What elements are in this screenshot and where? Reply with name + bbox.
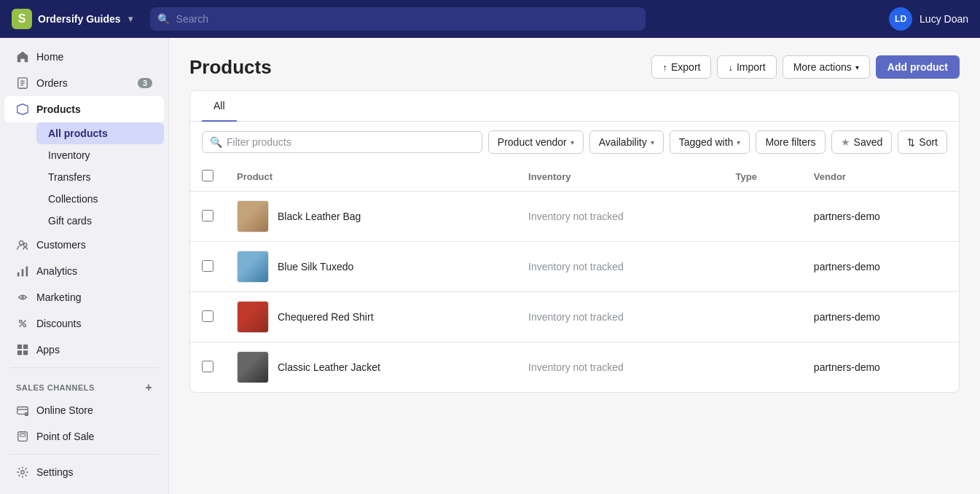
home-icon	[16, 50, 29, 63]
sidebar-item-point-of-sale[interactable]: Point of Sale	[4, 423, 164, 450]
page-actions: ↑ Export ↓ Import More actions ▾ Add pro…	[651, 55, 960, 79]
avatar: LD	[889, 7, 912, 31]
sidebar-item-discounts[interactable]: Discounts	[4, 310, 164, 337]
sidebar-item-apps[interactable]: Apps	[4, 337, 164, 363]
product-name-container: Chequered Red Shirt	[237, 301, 505, 333]
sidebar-item-marketing[interactable]: Marketing	[4, 284, 164, 310]
export-button[interactable]: ↑ Export	[651, 55, 711, 79]
row-checkbox[interactable]	[202, 361, 213, 372]
sidebar-item-gift-cards[interactable]: Gift cards	[36, 210, 164, 232]
vendor-header: Vendor	[802, 162, 959, 192]
sidebar-label-discounts: Discounts	[36, 318, 81, 329]
sidebar-item-inventory[interactable]: Inventory	[36, 144, 164, 166]
topnav: S Ordersify Guides ▾ 🔍 LD Lucy Doan	[0, 0, 980, 38]
search-wrapper: 🔍	[150, 7, 646, 31]
svg-rect-8	[26, 267, 28, 277]
customers-icon	[16, 238, 29, 251]
filter-search-input[interactable]	[227, 136, 474, 148]
discounts-icon	[16, 317, 29, 330]
availability-filter[interactable]: Availability ▾	[589, 130, 664, 154]
saved-button[interactable]: ★ Saved	[831, 130, 893, 154]
marketing-icon	[16, 291, 29, 304]
sidebar-item-transfers[interactable]: Transfers	[36, 166, 164, 188]
product-thumbnail	[237, 200, 269, 232]
point-of-sale-icon	[16, 430, 29, 443]
product-name-cell: Classic Leather Jacket	[225, 342, 517, 393]
brand-chevron-icon: ▾	[128, 14, 133, 24]
sidebar-label-inventory: Inventory	[48, 149, 90, 161]
online-store-icon	[16, 404, 29, 417]
sidebar-item-online-store[interactable]: Online Store	[4, 397, 164, 423]
table-row[interactable]: Black Leather Bag Inventory not tracked …	[190, 192, 959, 242]
sidebar-item-products[interactable]: Products	[4, 96, 164, 122]
row-checkbox[interactable]	[202, 310, 213, 322]
product-name[interactable]: Blue Silk Tuxedo	[278, 261, 353, 273]
product-name[interactable]: Chequered Red Shirt	[278, 311, 374, 323]
sidebar-label-online-store: Online Store	[36, 404, 93, 416]
sidebar-label-customers: Customers	[36, 239, 86, 251]
inventory-cell: Inventory not tracked	[517, 192, 724, 242]
table-row[interactable]: Chequered Red Shirt Inventory not tracke…	[190, 292, 959, 342]
inventory-header: Inventory	[517, 162, 724, 192]
svg-rect-20	[20, 434, 25, 436]
apps-icon	[16, 343, 29, 356]
tab-all[interactable]: All	[202, 91, 237, 122]
product-name[interactable]: Classic Leather Jacket	[278, 361, 380, 373]
product-name[interactable]: Black Leather Bag	[278, 211, 361, 222]
product-vendor: partners-demo	[814, 311, 880, 323]
sidebar-item-home[interactable]: Home	[4, 44, 164, 70]
product-name-cell: Chequered Red Shirt	[225, 292, 517, 342]
table-row[interactable]: Blue Silk Tuxedo Inventory not tracked p…	[190, 242, 959, 292]
tagged-with-filter[interactable]: Tagged with ▾	[670, 130, 750, 154]
row-checkbox-cell	[190, 192, 225, 242]
sidebar-label-orders: Orders	[36, 77, 68, 89]
svg-rect-13	[17, 345, 22, 349]
tagged-with-label: Tagged with	[679, 136, 734, 148]
product-vendor-chevron-icon: ▾	[571, 138, 574, 146]
sidebar-item-analytics[interactable]: Analytics	[4, 258, 164, 284]
sidebar-item-all-products[interactable]: All products	[36, 122, 164, 144]
type-cell	[724, 342, 802, 393]
star-icon: ★	[841, 136, 850, 148]
more-filters-button[interactable]: More filters	[756, 130, 825, 154]
row-checkbox-cell	[190, 242, 225, 292]
svg-rect-14	[23, 345, 28, 349]
search-icon: 🔍	[157, 13, 170, 25]
sidebar-label-apps: Apps	[36, 344, 60, 356]
sidebar-item-customers[interactable]: Customers	[4, 232, 164, 258]
sidebar-label-transfers: Transfers	[48, 171, 91, 183]
sort-button[interactable]: ⇅ Sort	[898, 130, 947, 154]
layout: Home Orders 3 Products All products Inve…	[0, 38, 980, 494]
sidebar-item-orders[interactable]: Orders 3	[4, 70, 164, 96]
topnav-user[interactable]: LD Lucy Doan	[889, 7, 968, 31]
sidebar-label-gift-cards: Gift cards	[48, 215, 92, 227]
more-actions-button[interactable]: More actions ▾	[783, 55, 870, 79]
type-cell	[724, 192, 802, 242]
add-sales-channel-icon[interactable]: +	[145, 381, 152, 394]
filter-search-icon: 🔍	[210, 136, 222, 148]
table-row[interactable]: Classic Leather Jacket Inventory not tra…	[190, 342, 959, 393]
search-input[interactable]	[150, 7, 646, 31]
svg-rect-6	[17, 273, 20, 276]
row-checkbox[interactable]	[202, 210, 213, 221]
inventory-cell: Inventory not tracked	[517, 242, 724, 292]
add-product-button[interactable]: Add product	[876, 55, 960, 79]
sidebar-item-settings[interactable]: Settings	[4, 459, 164, 485]
sidebar-item-collections[interactable]: Collections	[36, 188, 164, 210]
page-title: Products	[189, 56, 272, 79]
sort-icon: ⇅	[907, 137, 915, 148]
svg-point-11	[23, 324, 26, 327]
import-icon: ↓	[728, 62, 733, 73]
import-button[interactable]: ↓ Import	[717, 55, 776, 79]
product-vendor: partners-demo	[814, 211, 880, 222]
sidebar-label-settings: Settings	[36, 466, 74, 478]
product-vendor-filter[interactable]: Product vendor ▾	[488, 130, 584, 154]
row-checkbox[interactable]	[202, 260, 213, 272]
sidebar-label-home: Home	[36, 51, 63, 63]
brand-logo[interactable]: S Ordersify Guides ▾	[12, 9, 133, 29]
products-table: Product Inventory Type Vendor	[190, 162, 959, 392]
type-cell	[724, 292, 802, 342]
select-all-checkbox[interactable]	[202, 170, 213, 181]
main-content: Products ↑ Export ↓ Import More actions …	[169, 38, 980, 494]
product-thumbnail	[237, 351, 269, 383]
